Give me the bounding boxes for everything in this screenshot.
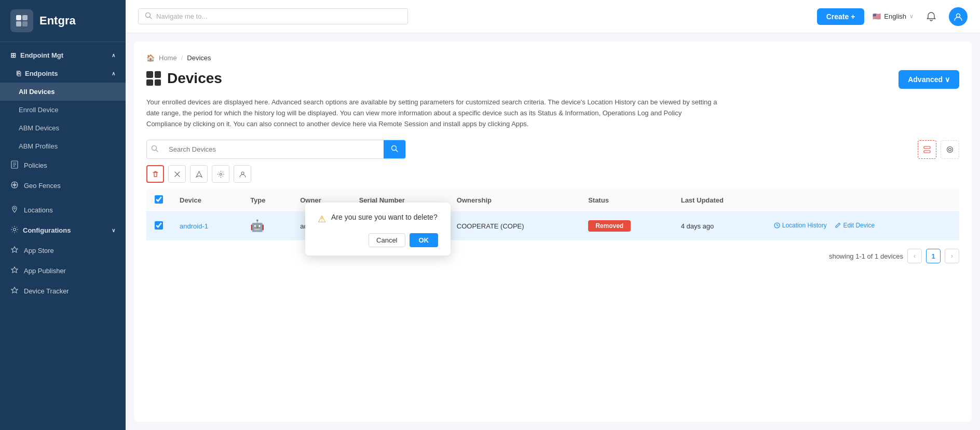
breadcrumb: 🏠 Home / Devices: [146, 54, 959, 62]
sidebar-group-endpoint-mgt[interactable]: ⊞ Endpoint Mgt ∧: [0, 46, 126, 64]
sidebar-item-configurations[interactable]: Configurations ∨: [0, 220, 126, 240]
table-row: android-1 🤖 admin COOPERATE (COPE) Remov…: [146, 212, 959, 240]
confirm-cancel-button[interactable]: Cancel: [369, 233, 405, 247]
app-publisher-label: App Publisher: [24, 267, 66, 275]
confirm-ok-button[interactable]: OK: [410, 233, 439, 247]
app-store-label: App Store: [24, 247, 54, 254]
create-button[interactable]: Create +: [817, 8, 865, 25]
endpoint-mgt-label: Endpoint Mgt: [20, 51, 63, 59]
table-toolbar: [146, 140, 959, 159]
app-publisher-icon: [10, 266, 19, 276]
row-checkbox[interactable]: [155, 221, 163, 230]
logo-text: Entgra: [39, 14, 76, 28]
col-checkbox: [146, 189, 171, 212]
endpoints-chevron: ∧: [112, 71, 115, 76]
sidebar-item-app-publisher[interactable]: App Publisher: [0, 261, 126, 281]
topbar-search[interactable]: Navigate me to...: [138, 8, 408, 24]
notification-bell[interactable]: [922, 7, 941, 26]
col-device: Device: [171, 189, 242, 212]
delete-button[interactable]: [146, 165, 164, 183]
assign-user-button[interactable]: [234, 165, 251, 183]
svg-line-18: [156, 150, 158, 152]
sidebar-item-policies[interactable]: Policies: [0, 155, 126, 176]
col-last-updated: Last Updated: [673, 189, 766, 212]
advanced-button[interactable]: Advanced ∨: [899, 70, 959, 89]
page-number[interactable]: 1: [926, 249, 941, 263]
sidebar-item-geo-fences[interactable]: Geo Fences: [0, 176, 126, 196]
sidebar-item-app-store[interactable]: App Store: [0, 240, 126, 261]
configurations-chevron: ∨: [112, 227, 115, 233]
geo-fences-label: Geo Fences: [24, 182, 61, 190]
lang-text: English: [884, 12, 906, 20]
sidebar-item-abm-profiles[interactable]: ABM Profiles: [0, 137, 126, 155]
sidebar-item-abm-devices[interactable]: ABM Devices: [0, 119, 126, 137]
lang-chevron-icon: ∨: [909, 13, 914, 20]
device-name-link[interactable]: android-1: [180, 222, 208, 230]
pagination-info: showing 1-1 of 1 devices: [829, 252, 903, 260]
breadcrumb-home[interactable]: Home: [159, 54, 177, 62]
lang-flag: 🇺🇸: [873, 12, 881, 20]
next-page-button[interactable]: ›: [945, 249, 959, 263]
settings-button[interactable]: [212, 165, 229, 183]
home-icon: 🏠: [146, 54, 155, 62]
row-status-cell: Removed: [580, 212, 673, 240]
configurations-label: Configurations: [23, 226, 71, 234]
devices-grid-icon: [146, 71, 161, 86]
sidebar-item-enroll-device[interactable]: Enroll Device: [0, 101, 126, 119]
pagination-bar: showing 1-1 of 1 devices ‹ 1 ›: [146, 249, 959, 263]
search-bar-icon: [147, 145, 162, 154]
svg-rect-3: [22, 21, 28, 26]
sidebar-group-endpoints[interactable]: ⎘ Endpoints ∧: [0, 64, 126, 83]
confirm-actions: Cancel OK: [318, 233, 438, 247]
language-selector[interactable]: 🇺🇸 English ∨: [873, 12, 914, 20]
sidebar-item-device-tracker[interactable]: Device Tracker: [0, 281, 126, 301]
search-icon: [145, 12, 152, 21]
content-area: 🏠 Home / Devices Devices Advanced ∨ Your…: [126, 33, 980, 430]
sidebar-item-locations[interactable]: Locations: [0, 200, 126, 220]
abm-profiles-label: ABM Profiles: [19, 142, 58, 150]
prev-page-button[interactable]: ‹: [907, 249, 922, 263]
svg-rect-0: [16, 15, 21, 20]
svg-point-24: [949, 148, 951, 151]
svg-line-20: [396, 150, 398, 152]
sidebar-item-all-devices[interactable]: All Devices: [0, 83, 126, 101]
warning-icon: ⚠: [318, 213, 326, 225]
send-notification-button[interactable]: [190, 165, 208, 183]
search-bar[interactable]: [146, 140, 406, 159]
edit-device-link[interactable]: Edit Device: [835, 222, 875, 229]
svg-point-27: [220, 173, 222, 175]
policies-label: Policies: [24, 162, 47, 169]
policies-icon: [10, 160, 19, 170]
confirm-dialog: ⚠ Are you sure you want to delete? Cance…: [305, 203, 451, 256]
col-ownership: Ownership: [448, 189, 580, 212]
col-status: Status: [580, 189, 673, 212]
enroll-device-label: Enroll Device: [19, 106, 59, 114]
svg-rect-21: [924, 146, 930, 149]
topbar: Navigate me to... Create + 🇺🇸 English ∨: [126, 0, 980, 33]
disown-button[interactable]: [168, 165, 186, 183]
svg-point-12: [14, 208, 16, 209]
col-actions: [766, 189, 959, 212]
row-actions-cell: Location History Edit Device: [766, 212, 959, 240]
endpoint-mgt-chevron: ∧: [112, 52, 115, 58]
confirm-message: ⚠ Are you sure you want to delete?: [318, 213, 438, 225]
location-history-link[interactable]: Location History: [774, 222, 827, 229]
all-devices-label: All Devices: [19, 88, 55, 96]
device-tracker-icon: [10, 286, 19, 296]
search-devices-input[interactable]: [162, 141, 384, 157]
endpoint-mgt-icon: ⊞: [10, 51, 16, 59]
row-checkbox-cell: [146, 212, 171, 240]
action-bar: [146, 165, 959, 183]
table-body: android-1 🤖 admin COOPERATE (COPE) Remov…: [146, 212, 959, 240]
page-title-row: Devices: [146, 70, 222, 87]
topbar-right: Create + 🇺🇸 English ∨: [817, 7, 968, 26]
page-title: Devices: [167, 70, 222, 87]
search-submit-button[interactable]: [384, 140, 405, 158]
row-last-updated-cell: 4 days ago: [673, 212, 766, 240]
bulk-action-icon[interactable]: [918, 140, 936, 159]
endpoints-icon: ⎘: [17, 70, 21, 77]
user-avatar[interactable]: [949, 7, 968, 26]
filter-icon[interactable]: [941, 140, 959, 159]
select-all-checkbox[interactable]: [155, 195, 163, 204]
logo-icon: [10, 9, 33, 32]
